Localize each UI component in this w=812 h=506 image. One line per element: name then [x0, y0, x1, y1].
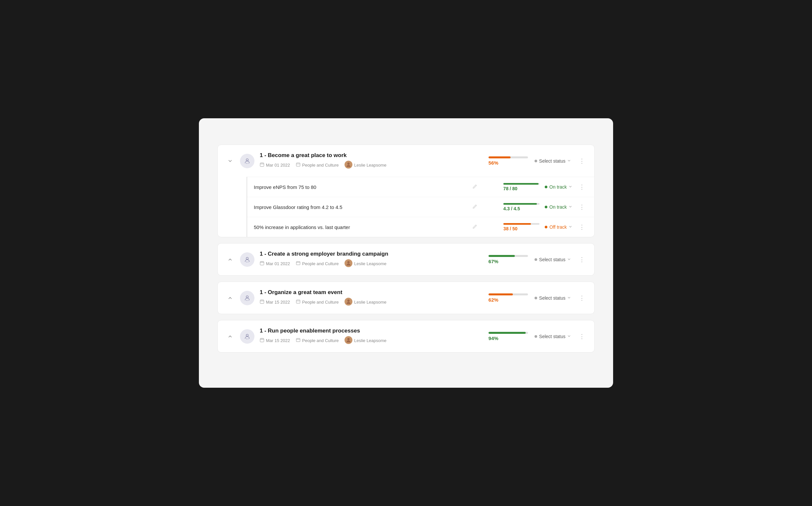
sub-status-text-0-2: Off track: [549, 225, 567, 230]
more-btn-3[interactable]: ⋮: [577, 332, 586, 341]
goal-info-3: 1 - Run people enablement processes Mar …: [260, 328, 469, 345]
sub-right-0-1: 4.3 / 4.5 On track ⋮: [481, 202, 586, 212]
sub-status-0-0[interactable]: On track: [545, 184, 572, 190]
progress-section-3: 94%: [489, 332, 528, 341]
progress-label-2: 62%: [489, 297, 498, 303]
owner-icon-0: [345, 161, 352, 170]
svg-rect-6: [260, 262, 264, 265]
goal-title-0: 1 - Become a great place to work: [260, 152, 469, 159]
sub-progress-0-1: 4.3 / 4.5: [503, 203, 539, 211]
sub-title-0-2: 50% increase in applications vs. last qu…: [254, 225, 468, 230]
svg-rect-1: [260, 163, 264, 167]
goal-info-2: 1 - Organize a great team event Mar 15 2…: [260, 289, 469, 307]
calendar-icon-1: [260, 261, 264, 266]
goal-avatar-1: [240, 252, 254, 267]
status-text-1: Select status: [539, 257, 566, 262]
sub-progress-0-2: 38 / 50: [503, 223, 539, 231]
goal-date-0: Mar 01 2022: [260, 162, 290, 168]
sub-fill-0-0: [503, 183, 538, 185]
goal-owner-0: Leslie Leapsome: [345, 161, 386, 170]
calendar-icon-0: [260, 162, 264, 168]
progress-bar-1: [489, 255, 528, 257]
goal-title-3: 1 - Run people enablement processes: [260, 328, 469, 334]
goal-right-3: 94% Select status ⋮: [475, 332, 586, 341]
goal-date-3: Mar 15 2022: [260, 338, 290, 343]
status-select-0[interactable]: Select status: [534, 158, 571, 164]
status-text-3: Select status: [539, 334, 566, 339]
progress-fill-3: [489, 332, 526, 334]
more-btn-1[interactable]: ⋮: [577, 255, 586, 264]
sub-status-0-1[interactable]: On track: [545, 204, 572, 209]
goal-card-3: 1 - Run people enablement processes Mar …: [217, 320, 595, 352]
status-select-1[interactable]: Select status: [534, 257, 571, 262]
goal-title-2: 1 - Organize a great team event: [260, 289, 469, 296]
goal-owner-3: Leslie Leapsome: [345, 336, 386, 345]
svg-point-0: [246, 159, 248, 161]
sub-more-0-1[interactable]: ⋮: [577, 202, 586, 212]
owner-icon-1: [345, 259, 352, 268]
sub-more-0-0[interactable]: ⋮: [577, 182, 586, 191]
expand-btn-2[interactable]: [226, 293, 235, 303]
expand-btn-1[interactable]: [226, 255, 235, 264]
svg-rect-12: [296, 300, 300, 303]
progress-fill-2: [489, 293, 513, 296]
progress-label-1: 67%: [489, 259, 498, 264]
goal-right-1: 67% Select status ⋮: [475, 255, 586, 264]
main-container: 1 - Become a great place to work Mar 01 …: [199, 118, 613, 388]
sub-chevron-0-0: [569, 185, 572, 189]
progress-bar-0: [489, 156, 528, 158]
status-chevron-1: [568, 258, 571, 262]
status-select-2[interactable]: Select status: [534, 296, 571, 301]
team-icon-2: [296, 299, 300, 305]
more-btn-2[interactable]: ⋮: [577, 293, 586, 303]
edit-icon-0-1[interactable]: [472, 204, 477, 210]
status-text-2: Select status: [539, 296, 566, 301]
goal-meta-1: Mar 01 2022 People and Culture: [260, 259, 469, 268]
progress-section-0: 56%: [489, 156, 528, 166]
team-icon-0: [296, 162, 300, 168]
sub-dot-0-0: [545, 186, 547, 188]
goal-date-1: Mar 01 2022: [260, 261, 290, 266]
expand-btn-3[interactable]: [226, 332, 235, 341]
sub-item-0-0: Improve eNPS from 75 to 80 78 / 80: [247, 177, 594, 197]
sub-items-0: Improve eNPS from 75 to 80 78 / 80: [246, 177, 594, 237]
sub-more-0-2[interactable]: ⋮: [577, 223, 586, 232]
sub-status-0-2[interactable]: Off track: [545, 225, 572, 230]
expand-btn-0[interactable]: [226, 156, 235, 166]
progress-bar-3: [489, 332, 528, 334]
status-select-3[interactable]: Select status: [534, 334, 571, 339]
status-chevron-3: [568, 334, 571, 338]
team-icon-1: [296, 261, 300, 266]
svg-rect-7: [296, 262, 300, 265]
sub-dot-0-2: [545, 226, 547, 228]
svg-rect-17: [296, 338, 300, 342]
sub-label-0-1: 4.3 / 4.5: [503, 206, 520, 211]
goal-meta-0: Mar 01 2022 People and Culture: [260, 161, 469, 170]
progress-fill-0: [489, 156, 511, 158]
status-dot-0: [534, 160, 537, 162]
sub-progress-0-0: 78 / 80: [503, 183, 539, 191]
sub-title-0-0: Improve eNPS from 75 to 80: [254, 184, 468, 190]
edit-icon-0-2[interactable]: [472, 224, 477, 230]
progress-bar-2: [489, 293, 528, 296]
goals-list: 1 - Become a great place to work Mar 01 …: [217, 145, 595, 352]
svg-point-4: [348, 163, 350, 165]
progress-section-1: 67%: [489, 255, 528, 264]
edit-icon-0-0[interactable]: [472, 184, 477, 190]
more-btn-0[interactable]: ⋮: [577, 156, 586, 166]
status-dot-2: [534, 297, 537, 299]
calendar-icon-3: [260, 338, 264, 343]
sub-item-0-2: 50% increase in applications vs. last qu…: [247, 217, 594, 237]
sub-bar-0-1: [503, 203, 539, 205]
goal-card-0: 1 - Become a great place to work Mar 01 …: [217, 145, 595, 237]
goal-team-3: People and Culture: [296, 338, 339, 343]
goal-owner-2: Leslie Leapsome: [345, 298, 386, 307]
progress-section-2: 62%: [489, 293, 528, 303]
sub-status-text-0-1: On track: [549, 204, 567, 209]
svg-point-14: [348, 300, 350, 302]
sub-dot-0-1: [545, 206, 547, 208]
goal-avatar-3: [240, 329, 254, 344]
goal-meta-3: Mar 15 2022 People and Culture: [260, 336, 469, 345]
goal-info-0: 1 - Become a great place to work Mar 01 …: [260, 152, 469, 170]
goal-card-2: 1 - Organize a great team event Mar 15 2…: [217, 281, 595, 314]
